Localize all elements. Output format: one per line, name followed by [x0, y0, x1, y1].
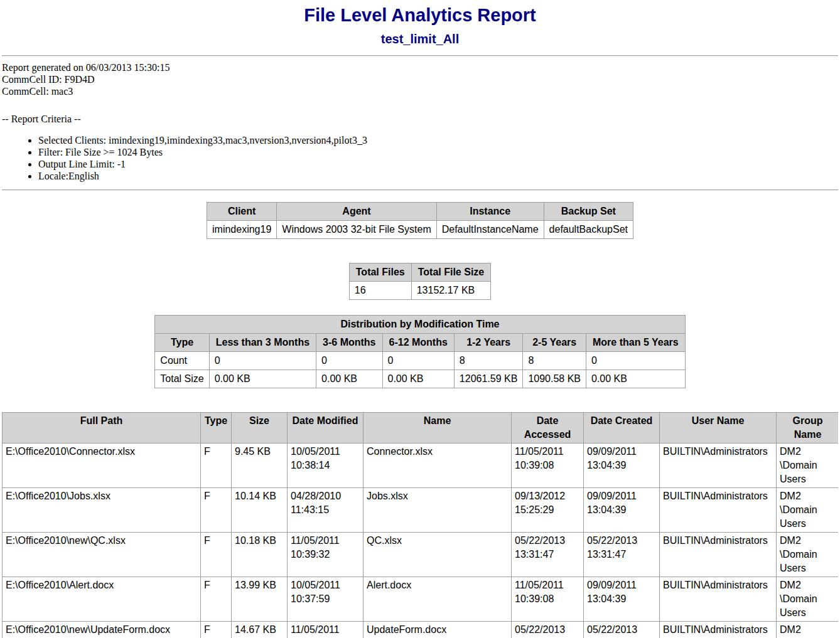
criteria-item-selected-clients: Selected Clients: imindexing19,imindexin… [38, 134, 838, 146]
report-subtitle: test_limit_All [2, 32, 838, 46]
column-header-less-3-months: Less than 3 Months [209, 334, 316, 352]
group-name-cell: DM2\Domain Users [777, 533, 839, 577]
criteria-item-output-line-limit: Output Line Limit: -1 [38, 158, 838, 170]
file-type-cell: F [201, 444, 232, 488]
date-accessed-cell: 05/22/2013 13:31:48 [512, 622, 584, 638]
criteria-item-filter: Filter: File Size >= 1024 Bytes [38, 146, 838, 158]
size-cell: 9.45 KB [232, 444, 288, 488]
column-header-backup-set: Backup Set [544, 203, 633, 221]
total-size-cell: 1090.58 KB [523, 370, 586, 388]
date-created-cell: 09/09/2011 13:04:39 [584, 577, 660, 622]
date-modified-cell: 11/05/2011 10:39:32 [288, 533, 363, 577]
count-cell: 0 [382, 352, 454, 370]
column-header-client: Client [207, 203, 277, 221]
total-size-cell: 12061.59 KB [454, 370, 523, 388]
column-header-instance: Instance [436, 203, 544, 221]
column-header-file-type: Type [201, 413, 232, 444]
user-name-cell: BUILTIN\Administrators [660, 533, 777, 577]
client-table: Client Agent Instance Backup Set imindex… [207, 202, 633, 239]
count-cell: 8 [523, 352, 586, 370]
size-cell: 10.18 KB [232, 533, 288, 577]
report-header: File Level Analytics Report test_limit_A… [2, 5, 838, 46]
column-header-2-5-years: 2-5 Years [523, 334, 586, 352]
date-accessed-cell: 05/22/2013 13:31:47 [512, 533, 584, 577]
group-name-cell: DM2\Domain Users [777, 622, 839, 638]
criteria-list: Selected Clients: imindexing19,imindexin… [2, 134, 838, 182]
column-header-size: Size [232, 413, 288, 444]
date-accessed-cell: 11/05/2011 10:39:08 [512, 577, 584, 622]
column-header-agent: Agent [277, 203, 436, 221]
column-header-name: Name [363, 413, 512, 444]
count-cell: 0 [316, 352, 382, 370]
name-cell: Alert.docx [363, 577, 512, 622]
column-header-total-files: Total Files [349, 263, 411, 282]
column-header-1-2-years: 1-2 Years [454, 334, 523, 352]
generated-timestamp: Report generated on 06/03/2013 15:30:15 [2, 61, 838, 73]
page-title: File Level Analytics Report [2, 5, 838, 26]
date-modified-cell: 10/05/2011 10:37:59 [288, 577, 363, 622]
totals-table-row: 16 13152.17 KB [349, 282, 490, 300]
full-path-cell: E:\Office2010\Jobs.xlsx [3, 488, 201, 533]
name-cell: Connector.xlsx [363, 444, 512, 488]
file-type-cell: F [201, 488, 232, 533]
total-files-cell: 16 [349, 282, 411, 300]
date-accessed-cell: 09/13/2012 15:25:29 [512, 488, 584, 533]
divider-criteria [2, 189, 838, 191]
count-cell: 0 [586, 352, 686, 370]
size-cell: 10.14 KB [232, 488, 288, 533]
commcell-id: CommCell ID: F9D4D [2, 73, 838, 85]
distribution-header-row: Type Less than 3 Months 3-6 Months 6-12 … [155, 334, 685, 352]
group-name-cell: DM2\Domain Users [777, 488, 839, 533]
user-name-cell: BUILTIN\Administrators [660, 622, 777, 638]
column-header-date-modified: Date Modified [288, 413, 363, 444]
total-file-size-cell: 13152.17 KB [411, 282, 491, 300]
distribution-table: Distribution by Modification Time Type L… [154, 315, 685, 388]
column-header-3-6-months: 3-6 Months [316, 334, 382, 352]
distribution-title-row: Distribution by Modification Time [155, 316, 685, 334]
total-size-cell: 0.00 KB [316, 370, 382, 388]
client-cell: imindexing19 [207, 221, 277, 239]
column-header-full-path: Full Path [3, 413, 201, 444]
file-row: E:\Office2010\Alert.docx F 13.99 KB 10/0… [3, 577, 839, 622]
distribution-count-row: Count 0 0 0 8 8 0 [155, 352, 685, 370]
group-name-cell: DM2\Domain Users [777, 577, 839, 622]
file-row: E:\Office2010\new\QC.xlsx F 10.18 KB 11/… [3, 533, 839, 577]
commcell-name: CommCell: mac3 [2, 85, 838, 97]
group-name-cell: DM2\Domain Users [777, 444, 839, 488]
date-modified-cell: 10/05/2011 10:38:14 [288, 444, 363, 488]
total-size-cell: 0.00 KB [586, 370, 686, 388]
full-path-cell: E:\Office2010\Connector.xlsx [3, 444, 201, 488]
distribution-table-title: Distribution by Modification Time [155, 316, 685, 334]
full-path-cell: E:\Office2010\new\QC.xlsx [3, 533, 201, 577]
agent-cell: Windows 2003 32-bit File System [277, 221, 436, 239]
date-accessed-cell: 11/05/2011 10:39:08 [512, 444, 584, 488]
file-type-cell: F [201, 577, 232, 622]
column-header-more-5-years: More than 5 Years [586, 334, 686, 352]
report-meta: Report generated on 06/03/2013 15:30:15 … [2, 61, 838, 97]
distribution-total-size-row: Total Size 0.00 KB 0.00 KB 0.00 KB 12061… [155, 370, 685, 388]
row-label: Total Size [155, 370, 209, 388]
file-row: E:\Office2010\new\UpdateForm.docx F 14.6… [3, 622, 839, 638]
name-cell: Jobs.xlsx [363, 488, 512, 533]
date-modified-cell: 04/28/2010 11:43:15 [288, 488, 363, 533]
count-cell: 0 [209, 352, 316, 370]
backup-set-cell: defaultBackupSet [544, 221, 633, 239]
column-header-6-12-months: 6-12 Months [382, 334, 454, 352]
size-cell: 14.67 KB [232, 622, 288, 638]
date-modified-cell: 11/05/2011 10:39:11 [288, 622, 363, 638]
total-size-cell: 0.00 KB [382, 370, 454, 388]
files-table: Full Path Type Size Date Modified Name D… [2, 412, 838, 638]
user-name-cell: BUILTIN\Administrators [660, 444, 777, 488]
column-header-total-file-size: Total File Size [411, 263, 491, 282]
count-cell: 8 [454, 352, 523, 370]
criteria-heading: -- Report Criteria -- [2, 113, 838, 125]
totals-table-header-row: Total Files Total File Size [349, 263, 490, 282]
file-type-cell: F [201, 622, 232, 638]
name-cell: QC.xlsx [363, 533, 512, 577]
instance-cell: DefaultInstanceName [436, 221, 544, 239]
client-table-header-row: Client Agent Instance Backup Set [207, 203, 633, 221]
name-cell: UpdateForm.docx [363, 622, 512, 638]
column-header-date-accessed: Date Accessed [512, 413, 584, 444]
date-created-cell: 05/22/2013 13:31:47 [584, 533, 660, 577]
column-header-group-name: Group Name [777, 413, 839, 444]
